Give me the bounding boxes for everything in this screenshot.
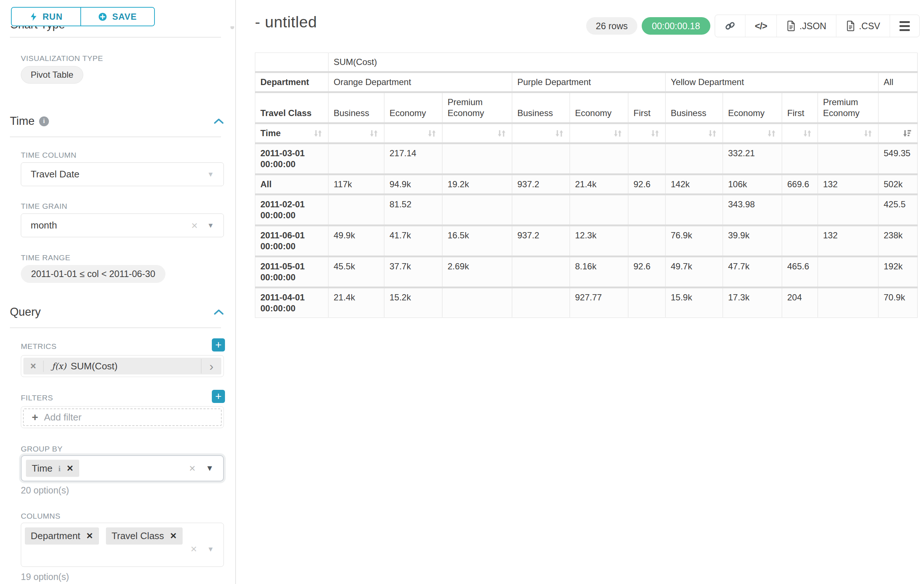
plus-icon: + bbox=[32, 411, 38, 423]
sort-icon[interactable] bbox=[369, 128, 379, 138]
columns-select[interactable]: Department ✕ Travel Class ✕ × ▼ bbox=[21, 523, 224, 567]
time-column-value: Travel Date bbox=[31, 169, 79, 180]
file-icon bbox=[786, 20, 796, 31]
share-link-button[interactable] bbox=[715, 15, 745, 37]
sort-icon[interactable] bbox=[427, 128, 437, 138]
panel-top-overlay: RUN SAVE bbox=[0, 0, 235, 26]
collapse-chevron-icon[interactable] bbox=[213, 117, 224, 125]
department-dim-header: Department bbox=[255, 72, 328, 92]
sort-header-cell bbox=[570, 123, 628, 143]
corner-cell bbox=[255, 53, 328, 72]
sort-icon[interactable] bbox=[767, 128, 776, 138]
pivot-table: SUM(Cost) Department Orange Department P… bbox=[255, 53, 918, 318]
add-filter-plus-button[interactable]: + bbox=[212, 390, 225, 403]
sort-icon[interactable] bbox=[497, 128, 507, 138]
col-header: Business bbox=[328, 92, 384, 123]
sort-icon[interactable] bbox=[554, 128, 564, 138]
caret-down-icon[interactable]: ▼ bbox=[207, 546, 214, 553]
sort-header-cell bbox=[878, 123, 917, 143]
query-timer-badge: 00:00:00.18 bbox=[642, 17, 710, 35]
time-range-label: TIME RANGE bbox=[21, 253, 71, 262]
table-row: 2011-03-01 00:00:00 217.14 332.21 549.35 bbox=[255, 143, 917, 174]
run-button[interactable]: RUN bbox=[12, 8, 81, 26]
col-header: Premium Economy bbox=[818, 92, 878, 123]
time-grain-select[interactable]: month × ▼ bbox=[21, 214, 224, 237]
query-section-title: Query bbox=[10, 306, 41, 319]
caret-down-icon[interactable]: ▼ bbox=[206, 464, 214, 472]
sort-header-cell bbox=[723, 123, 782, 143]
menu-icon bbox=[899, 21, 910, 31]
info-icon[interactable]: i bbox=[58, 464, 61, 473]
sort-icon[interactable] bbox=[863, 128, 873, 138]
group-by-options-count: 20 option(s) bbox=[21, 485, 69, 496]
export-csv-button[interactable]: .CSV bbox=[836, 15, 890, 37]
viz-type-value-pill[interactable]: Pivot Table bbox=[21, 66, 83, 84]
metric-name: SUM(Cost) bbox=[71, 360, 117, 372]
caret-down-icon[interactable]: ▼ bbox=[207, 171, 214, 178]
col-header: Economy bbox=[723, 92, 782, 123]
table-row: 2011-06-01 00:00:00 49.9k 41.7k 16.5k 93… bbox=[255, 225, 917, 257]
viz-type-label: VISUALIZATION TYPE bbox=[21, 54, 103, 63]
remove-tag-icon[interactable]: ✕ bbox=[66, 464, 73, 474]
pivot-table-container: SUM(Cost) Department Orange Department P… bbox=[255, 53, 918, 318]
fx-icon: ƒ(x) bbox=[52, 361, 66, 371]
time-column-select[interactable]: Travel Date ▼ bbox=[21, 163, 224, 186]
clear-icon[interactable]: × bbox=[189, 463, 196, 474]
time-range-pill[interactable]: 2011-01-01 ≤ col < 2011-06-30 bbox=[21, 265, 165, 283]
sort-icon[interactable] bbox=[650, 128, 660, 138]
add-metric-button[interactable]: + bbox=[212, 338, 225, 352]
add-filter-button[interactable]: + Add filter bbox=[23, 408, 222, 426]
clear-icon[interactable]: × bbox=[191, 543, 197, 554]
time-section-header[interactable]: Time i bbox=[10, 115, 224, 128]
section-divider bbox=[10, 137, 221, 137]
caret-down-icon[interactable]: ▼ bbox=[207, 222, 214, 229]
metrics-label: METRICS bbox=[21, 342, 57, 351]
filters-control: + Add filter bbox=[21, 406, 224, 428]
tag-label: Time bbox=[32, 463, 53, 474]
sort-icon[interactable] bbox=[613, 128, 623, 138]
export-json-button[interactable]: .JSON bbox=[776, 15, 836, 37]
sort-header-cell bbox=[442, 123, 512, 143]
remove-tag-icon[interactable]: ✕ bbox=[170, 531, 177, 541]
row-header: 2011-05-01 00:00:00 bbox=[255, 257, 328, 288]
columns-tags: Department ✕ Travel Class ✕ bbox=[25, 527, 188, 545]
chevron-right-icon[interactable]: › bbox=[201, 359, 221, 374]
remove-tag-icon[interactable]: ✕ bbox=[86, 531, 93, 541]
view-query-button[interactable]: </> bbox=[745, 15, 776, 37]
columns-tag[interactable]: Department ✕ bbox=[25, 527, 99, 545]
col-group-header: Yellow Department bbox=[665, 72, 878, 92]
filters-label: FILTERS bbox=[21, 393, 53, 402]
more-options-button[interactable] bbox=[890, 15, 919, 37]
query-section-header[interactable]: Query bbox=[10, 306, 224, 319]
sort-icon[interactable] bbox=[708, 128, 717, 138]
col-group-header: Orange Department bbox=[328, 72, 512, 92]
col-header: Business bbox=[512, 92, 570, 123]
sort-header-cell bbox=[818, 123, 878, 143]
save-button[interactable]: SAVE bbox=[81, 8, 154, 26]
tag-label: Department bbox=[31, 530, 80, 542]
sort-header-cell bbox=[665, 123, 723, 143]
group-by-select[interactable]: Time i ✕ × ▼ bbox=[21, 455, 224, 482]
export-csv-label: .CSV bbox=[859, 21, 880, 31]
table-row: 2011-04-01 00:00:00 21.4k 15.2k 927.77 1… bbox=[255, 288, 917, 318]
export-button-group: </> .JSON .CSV bbox=[715, 15, 920, 37]
superset-explore-view: Chart Type RUN SAVE bbox=[0, 0, 924, 584]
col-header: Premium Economy bbox=[442, 92, 512, 123]
collapse-chevron-icon[interactable] bbox=[213, 308, 224, 316]
travel-class-dim-header: Travel Class bbox=[255, 92, 328, 123]
group-by-tag[interactable]: Time i ✕ bbox=[26, 460, 79, 477]
metric-item[interactable]: × ƒ(x) SUM(Cost) › bbox=[23, 358, 221, 375]
sort-icon[interactable] bbox=[313, 128, 323, 138]
chart-title[interactable]: - untitled bbox=[255, 13, 317, 31]
section-divider bbox=[10, 37, 221, 38]
columns-tag[interactable]: Travel Class ✕ bbox=[106, 527, 183, 545]
col-group-header: Purple Department bbox=[512, 72, 665, 92]
sort-icon[interactable] bbox=[802, 128, 812, 138]
clear-icon[interactable]: × bbox=[191, 220, 198, 231]
save-button-label: SAVE bbox=[112, 12, 137, 22]
sort-desc-icon[interactable] bbox=[902, 128, 912, 138]
group-by-label: GROUP BY bbox=[21, 444, 63, 453]
section-divider bbox=[10, 327, 221, 328]
remove-metric-icon[interactable]: × bbox=[23, 360, 44, 372]
plus-circle-icon bbox=[98, 12, 107, 21]
